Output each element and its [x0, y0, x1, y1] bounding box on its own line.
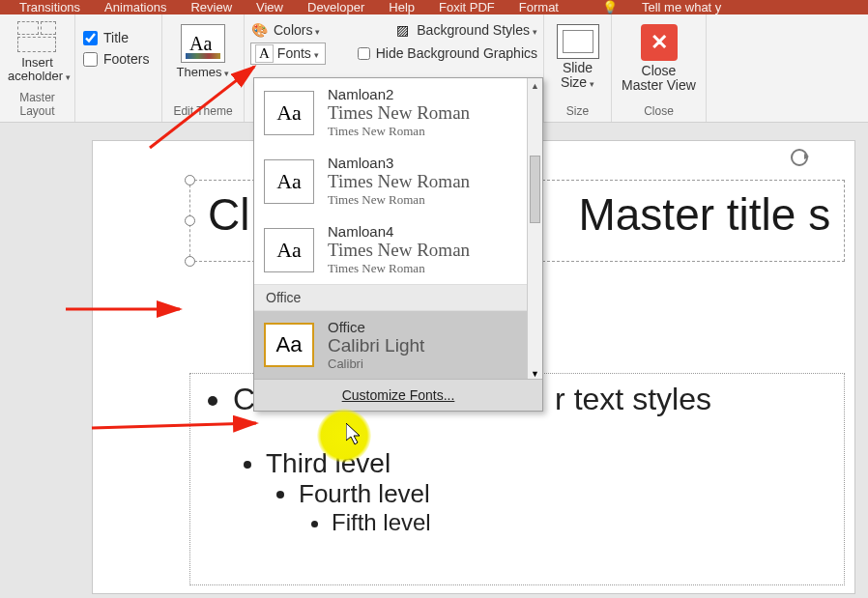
font-swatch-icon: Aa	[264, 323, 314, 367]
colors-button[interactable]: 🎨 Colors ▨ Background Styles	[250, 18, 537, 42]
list-item: Fourth level Fifth level	[299, 479, 844, 536]
font-theme-item-selected[interactable]: ▼ Aa OfficeCalibri LightCalibri	[254, 311, 542, 379]
slide-size-button[interactable]: Size	[561, 74, 594, 90]
resize-handle[interactable]	[185, 215, 195, 226]
fonts-dropdown: ▲▼ Aa Namloan2Times New RomanTimes New R…	[253, 77, 543, 412]
close-group-label: Close	[620, 102, 698, 120]
rotate-handle-icon[interactable]	[791, 149, 808, 166]
hide-bg-checkbox[interactable]: Hide Background Graphics	[358, 45, 537, 61]
resize-handle[interactable]	[185, 256, 195, 267]
title-checkbox[interactable]: Title	[83, 30, 154, 45]
font-theme-item[interactable]: Aa Namloan2Times New RomanTimes New Roma…	[254, 78, 542, 147]
tab-help[interactable]: Help	[389, 0, 415, 14]
annotation-arrow-icon	[150, 63, 266, 154]
bg-styles-icon: ▨	[393, 21, 411, 39]
list-item: Fifth level	[332, 509, 844, 536]
close-master-icon[interactable]: ✕	[641, 24, 678, 61]
size-group-label: Size	[552, 102, 603, 120]
font-swatch-icon: Aa	[264, 159, 314, 204]
tellme[interactable]: Tell me what y	[642, 0, 721, 14]
tab-review[interactable]: Review	[190, 0, 232, 14]
dropdown-section-header: Office	[254, 284, 542, 311]
annotation-arrow-icon	[92, 415, 266, 439]
close-master-button[interactable]: CloseMaster View	[620, 64, 698, 93]
tab-transitions[interactable]: Transitions	[19, 0, 80, 14]
tab-animations[interactable]: Animations	[104, 0, 166, 14]
tab-view[interactable]: View	[256, 0, 283, 14]
insert-placeholder-icon	[17, 21, 58, 54]
font-theme-item[interactable]: Aa Namloan3Times New RomanTimes New Roma…	[254, 147, 542, 215]
slide-size-icon	[557, 24, 599, 59]
fonts-icon: A	[255, 44, 274, 63]
font-theme-item[interactable]: Aa Namloan4Times New RomanTimes New Roma…	[254, 215, 542, 284]
fonts-button[interactable]: A Fonts	[250, 43, 326, 65]
themes-icon[interactable]: Aa	[181, 24, 225, 63]
bg-styles-button[interactable]: Background Styles	[417, 22, 537, 38]
footers-checkbox[interactable]: Footers	[83, 51, 154, 67]
scrollbar-thumb[interactable]	[530, 156, 540, 223]
tab-developer[interactable]: Developer	[307, 0, 364, 14]
tab-foxit[interactable]: Foxit PDF	[439, 0, 495, 14]
list-item: Third level Fourth level Fifth level	[266, 448, 844, 536]
customize-fonts-button[interactable]: Customize Fonts...	[254, 379, 542, 411]
dropdown-scrollbar[interactable]: ▼	[527, 311, 542, 379]
font-swatch-icon: Aa	[264, 91, 314, 135]
tab-format[interactable]: Format	[519, 0, 559, 14]
annotation-arrow-icon	[66, 299, 191, 323]
svg-line-2	[92, 423, 256, 428]
svg-line-0	[150, 67, 254, 148]
master-layout-group-label: Master Layout	[8, 89, 67, 120]
colors-icon: 🎨	[250, 21, 268, 39]
font-swatch-icon: Aa	[264, 228, 314, 272]
resize-handle[interactable]	[185, 175, 195, 185]
ribbon-tabs: Transitions Animations Review View Devel…	[0, 0, 868, 14]
